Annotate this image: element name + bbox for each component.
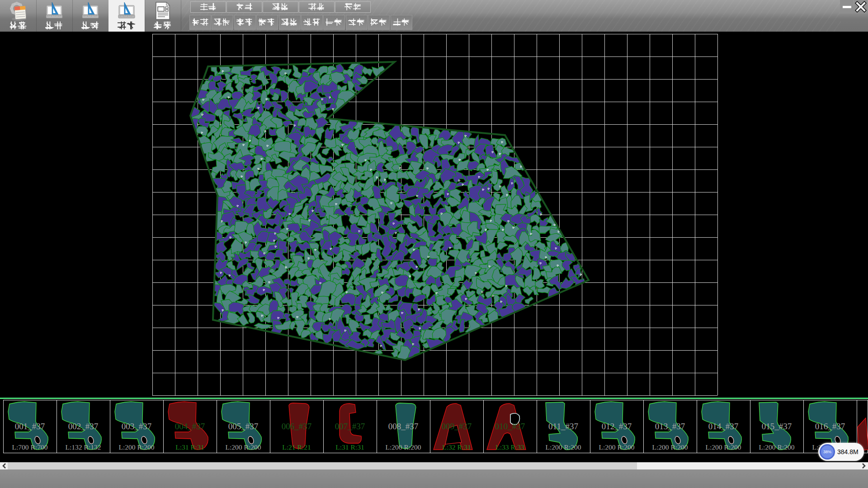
svg-text:015_#37: 015_#37 [762, 422, 792, 431]
svg-text:L:200 R:200: L:200 R:200 [546, 443, 581, 451]
svg-text:L:21 R:21: L:21 R:21 [282, 443, 311, 451]
svg-text:L:33 R:33: L:33 R:33 [495, 443, 524, 451]
svg-text:007_#37: 007_#37 [335, 422, 365, 431]
svg-text:003_#37: 003_#37 [122, 422, 152, 431]
svg-text:011_#37: 011_#37 [548, 422, 578, 431]
svg-text:L:700 R:700: L:700 R:700 [12, 443, 48, 451]
svg-text:L:200 R:200: L:200 R:200 [652, 443, 688, 451]
svg-text:016_#37: 016_#37 [815, 422, 845, 431]
svg-text:L:31 R:31: L:31 R:31 [175, 443, 204, 451]
svg-text:008_#37: 008_#37 [388, 422, 419, 431]
svg-text:L:132 R:132: L:132 R:132 [66, 443, 101, 451]
svg-text:013_#37: 013_#37 [655, 422, 685, 431]
svg-text:L:200 R:200: L:200 R:200 [599, 443, 635, 451]
svg-text:L:200 R:200: L:200 R:200 [386, 443, 421, 451]
svg-text:L:200 R:200: L:200 R:200 [759, 443, 795, 451]
svg-text:002_#37: 002_#37 [68, 422, 99, 431]
svg-text:006_#37: 006_#37 [282, 422, 312, 431]
svg-text:009_#37: 009_#37 [442, 422, 472, 431]
svg-text:L:200 R:200: L:200 R:200 [706, 443, 741, 451]
svg-text:L:200 R:200: L:200 R:200 [119, 443, 155, 451]
svg-text:L:200 R:200: L:200 R:200 [226, 443, 261, 451]
svg-text:014_#37: 014_#37 [708, 422, 739, 431]
svg-text:004_#37: 004_#37 [175, 422, 205, 431]
svg-text:001_#37: 001_#37 [15, 422, 45, 431]
svg-text:L:31 R:31: L:31 R:31 [335, 443, 364, 451]
svg-text:L:32 R:31: L:32 R:31 [442, 443, 471, 451]
svg-text:010_#37: 010_#37 [495, 422, 525, 431]
svg-text:005_#37: 005_#37 [228, 422, 259, 431]
svg-text:012_#37: 012_#37 [602, 422, 632, 431]
